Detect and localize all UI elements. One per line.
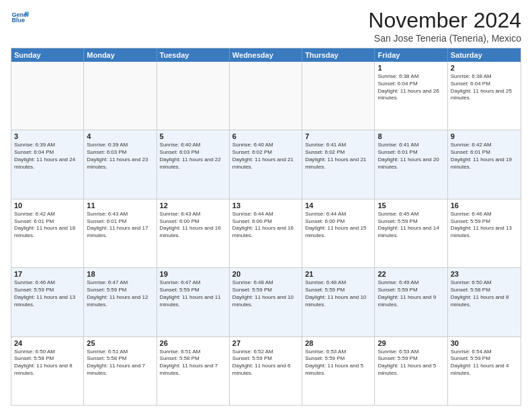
cell-info: Sunrise: 6:51 AM Sunset: 5:58 PM Dayligh… bbox=[160, 349, 226, 377]
svg-text:Blue: Blue bbox=[11, 17, 25, 24]
day-number: 8 bbox=[378, 132, 444, 140]
day-number: 24 bbox=[14, 339, 81, 347]
calendar-header: SundayMondayTuesdayWednesdayThursdayFrid… bbox=[11, 48, 521, 62]
day-number: 22 bbox=[378, 270, 444, 278]
location-subtitle: San Jose Teneria (Teneria), Mexico bbox=[368, 33, 521, 44]
day-number: 21 bbox=[305, 270, 371, 278]
day-number: 30 bbox=[451, 339, 518, 347]
empty-cell bbox=[230, 62, 302, 130]
day-number: 3 bbox=[14, 132, 81, 140]
calendar-row: 24Sunrise: 6:50 AM Sunset: 5:58 PM Dayli… bbox=[11, 337, 521, 405]
calendar-cell: 30Sunrise: 6:54 AM Sunset: 5:59 PM Dayli… bbox=[448, 337, 521, 405]
calendar-cell: 11Sunrise: 6:43 AM Sunset: 6:01 PM Dayli… bbox=[84, 199, 157, 267]
calendar-row: 10Sunrise: 6:42 AM Sunset: 6:01 PM Dayli… bbox=[11, 199, 521, 268]
calendar-cell: 7Sunrise: 6:41 AM Sunset: 6:02 PM Daylig… bbox=[302, 130, 375, 198]
weekday-header: Sunday bbox=[11, 48, 84, 62]
cell-info: Sunrise: 6:45 AM Sunset: 5:59 PM Dayligh… bbox=[378, 211, 444, 240]
cell-info: Sunrise: 6:40 AM Sunset: 6:03 PM Dayligh… bbox=[160, 142, 226, 171]
cell-info: Sunrise: 6:54 AM Sunset: 5:59 PM Dayligh… bbox=[451, 349, 518, 377]
calendar-row: 3Sunrise: 6:39 AM Sunset: 6:04 PM Daylig… bbox=[11, 130, 521, 199]
calendar-cell: 19Sunrise: 6:47 AM Sunset: 5:59 PM Dayli… bbox=[157, 268, 230, 336]
calendar-cell: 20Sunrise: 6:48 AM Sunset: 5:59 PM Dayli… bbox=[230, 268, 302, 336]
cell-info: Sunrise: 6:42 AM Sunset: 6:01 PM Dayligh… bbox=[14, 211, 81, 240]
day-number: 27 bbox=[232, 339, 299, 347]
calendar-cell: 29Sunrise: 6:53 AM Sunset: 5:59 PM Dayli… bbox=[375, 337, 447, 405]
calendar-cell: 15Sunrise: 6:45 AM Sunset: 5:59 PM Dayli… bbox=[375, 199, 447, 267]
day-number: 26 bbox=[160, 339, 226, 347]
day-number: 4 bbox=[87, 132, 153, 140]
logo-icon: General Blue bbox=[11, 8, 30, 27]
day-number: 10 bbox=[14, 201, 81, 210]
cell-info: Sunrise: 6:38 AM Sunset: 6:04 PM Dayligh… bbox=[451, 73, 518, 102]
cell-info: Sunrise: 6:43 AM Sunset: 6:00 PM Dayligh… bbox=[160, 211, 226, 240]
day-number: 17 bbox=[14, 270, 81, 278]
empty-cell bbox=[11, 62, 84, 130]
day-number: 11 bbox=[87, 201, 153, 210]
cell-info: Sunrise: 6:46 AM Sunset: 5:59 PM Dayligh… bbox=[451, 211, 518, 240]
day-number: 18 bbox=[87, 270, 153, 278]
calendar-cell: 13Sunrise: 6:44 AM Sunset: 6:00 PM Dayli… bbox=[230, 199, 302, 267]
title-block: November 2024 San Jose Teneria (Teneria)… bbox=[368, 8, 521, 44]
weekday-header: Tuesday bbox=[157, 48, 230, 62]
day-number: 9 bbox=[451, 132, 518, 140]
calendar-cell: 18Sunrise: 6:47 AM Sunset: 5:59 PM Dayli… bbox=[84, 268, 157, 336]
day-number: 25 bbox=[87, 339, 153, 347]
cell-info: Sunrise: 6:42 AM Sunset: 6:01 PM Dayligh… bbox=[451, 142, 518, 171]
cell-info: Sunrise: 6:38 AM Sunset: 6:04 PM Dayligh… bbox=[378, 73, 444, 102]
day-number: 28 bbox=[305, 339, 371, 347]
calendar-cell: 5Sunrise: 6:40 AM Sunset: 6:03 PM Daylig… bbox=[157, 130, 230, 198]
cell-info: Sunrise: 6:44 AM Sunset: 6:00 PM Dayligh… bbox=[232, 211, 299, 240]
day-number: 5 bbox=[160, 132, 226, 140]
cell-info: Sunrise: 6:41 AM Sunset: 6:02 PM Dayligh… bbox=[305, 142, 371, 171]
cell-info: Sunrise: 6:53 AM Sunset: 5:59 PM Dayligh… bbox=[378, 349, 444, 377]
weekday-header: Thursday bbox=[302, 48, 375, 62]
cell-info: Sunrise: 6:48 AM Sunset: 5:59 PM Dayligh… bbox=[232, 279, 299, 308]
cell-info: Sunrise: 6:39 AM Sunset: 6:03 PM Dayligh… bbox=[87, 142, 153, 171]
cell-info: Sunrise: 6:41 AM Sunset: 6:01 PM Dayligh… bbox=[378, 142, 444, 171]
day-number: 15 bbox=[378, 201, 444, 210]
header: General Blue November 2024 San Jose Tene… bbox=[11, 8, 521, 44]
logo: General Blue bbox=[11, 8, 30, 27]
calendar-cell: 4Sunrise: 6:39 AM Sunset: 6:03 PM Daylig… bbox=[84, 130, 157, 198]
cell-info: Sunrise: 6:47 AM Sunset: 5:59 PM Dayligh… bbox=[160, 279, 226, 308]
page: General Blue November 2024 San Jose Tene… bbox=[0, 0, 532, 411]
empty-cell bbox=[84, 62, 157, 130]
cell-info: Sunrise: 6:50 AM Sunset: 5:58 PM Dayligh… bbox=[451, 279, 518, 308]
day-number: 6 bbox=[232, 132, 299, 140]
calendar-cell: 17Sunrise: 6:46 AM Sunset: 5:59 PM Dayli… bbox=[11, 268, 84, 336]
cell-info: Sunrise: 6:49 AM Sunset: 5:59 PM Dayligh… bbox=[378, 279, 444, 308]
calendar-cell: 26Sunrise: 6:51 AM Sunset: 5:58 PM Dayli… bbox=[157, 337, 230, 405]
calendar-cell: 12Sunrise: 6:43 AM Sunset: 6:00 PM Dayli… bbox=[157, 199, 230, 267]
day-number: 2 bbox=[451, 64, 518, 72]
cell-info: Sunrise: 6:53 AM Sunset: 5:59 PM Dayligh… bbox=[305, 349, 371, 377]
day-number: 13 bbox=[232, 201, 299, 210]
calendar-cell: 23Sunrise: 6:50 AM Sunset: 5:58 PM Dayli… bbox=[448, 268, 521, 336]
calendar-row: 17Sunrise: 6:46 AM Sunset: 5:59 PM Dayli… bbox=[11, 268, 521, 336]
calendar: SundayMondayTuesdayWednesdayThursdayFrid… bbox=[11, 48, 521, 406]
day-number: 16 bbox=[451, 201, 518, 210]
day-number: 29 bbox=[378, 339, 444, 347]
cell-info: Sunrise: 6:39 AM Sunset: 6:04 PM Dayligh… bbox=[14, 142, 81, 171]
day-number: 1 bbox=[378, 64, 444, 72]
day-number: 23 bbox=[451, 270, 518, 278]
calendar-cell: 25Sunrise: 6:51 AM Sunset: 5:58 PM Dayli… bbox=[84, 337, 157, 405]
empty-cell bbox=[157, 62, 230, 130]
calendar-cell: 10Sunrise: 6:42 AM Sunset: 6:01 PM Dayli… bbox=[11, 199, 84, 267]
cell-info: Sunrise: 6:50 AM Sunset: 5:58 PM Dayligh… bbox=[14, 349, 81, 377]
calendar-cell: 24Sunrise: 6:50 AM Sunset: 5:58 PM Dayli… bbox=[11, 337, 84, 405]
day-number: 19 bbox=[160, 270, 226, 278]
calendar-cell: 1Sunrise: 6:38 AM Sunset: 6:04 PM Daylig… bbox=[375, 62, 447, 130]
cell-info: Sunrise: 6:47 AM Sunset: 5:59 PM Dayligh… bbox=[87, 279, 153, 308]
calendar-cell: 16Sunrise: 6:46 AM Sunset: 5:59 PM Dayli… bbox=[448, 199, 521, 267]
calendar-cell: 21Sunrise: 6:48 AM Sunset: 5:59 PM Dayli… bbox=[302, 268, 375, 336]
calendar-cell: 2Sunrise: 6:38 AM Sunset: 6:04 PM Daylig… bbox=[448, 62, 521, 130]
cell-info: Sunrise: 6:46 AM Sunset: 5:59 PM Dayligh… bbox=[14, 279, 81, 308]
calendar-cell: 8Sunrise: 6:41 AM Sunset: 6:01 PM Daylig… bbox=[375, 130, 447, 198]
calendar-cell: 9Sunrise: 6:42 AM Sunset: 6:01 PM Daylig… bbox=[448, 130, 521, 198]
cell-info: Sunrise: 6:48 AM Sunset: 5:59 PM Dayligh… bbox=[305, 279, 371, 308]
weekday-header: Wednesday bbox=[230, 48, 302, 62]
cell-info: Sunrise: 6:40 AM Sunset: 6:02 PM Dayligh… bbox=[232, 142, 299, 171]
cell-info: Sunrise: 6:51 AM Sunset: 5:58 PM Dayligh… bbox=[87, 349, 153, 377]
month-title: November 2024 bbox=[368, 8, 521, 33]
calendar-cell: 28Sunrise: 6:53 AM Sunset: 5:59 PM Dayli… bbox=[302, 337, 375, 405]
